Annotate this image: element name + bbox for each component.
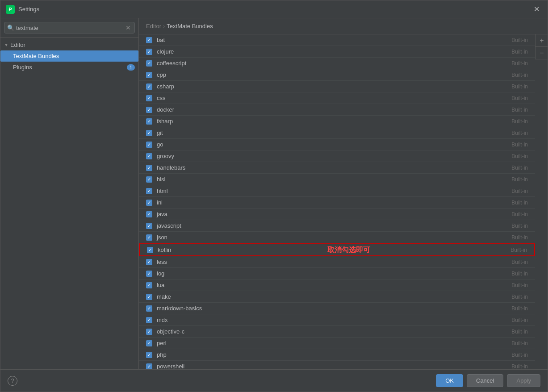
checkbox-docker[interactable] (146, 107, 152, 113)
bundle-source-powershell: Built-in (511, 363, 528, 370)
bundle-item-go: goBuilt-in (139, 139, 535, 150)
checkbox-handlebars[interactable] (146, 165, 152, 171)
bundle-source-css: Built-in (511, 95, 528, 101)
checkbox-perl[interactable] (146, 340, 152, 346)
checkbox-css[interactable] (146, 95, 152, 101)
checkbox-markdown-basics[interactable] (146, 305, 152, 312)
bundle-name-lua: lua (157, 282, 511, 288)
bundle-name-objective-c: objective-c (157, 328, 511, 335)
remove-bundle-button[interactable]: − (535, 47, 548, 59)
bundle-name-coffeescript: coffeescript (157, 60, 511, 67)
checkbox-kotlin[interactable] (147, 247, 153, 253)
sidebar-item-plugins-label: Plugins (13, 64, 32, 71)
sidebar-nav: ▼ Editor TextMate Bundles Plugins 1 (0, 38, 138, 369)
checkbox-fsharp[interactable] (146, 118, 152, 125)
bundle-source-handlebars: Built-in (511, 165, 528, 171)
bundle-source-ini: Built-in (511, 200, 528, 206)
checkbox-php[interactable] (146, 352, 152, 358)
bundle-name-clojure: clojure (157, 48, 511, 55)
breadcrumb-parent: Editor (146, 23, 161, 29)
bundle-name-git: git (157, 129, 511, 136)
checkbox-hlsl[interactable] (146, 176, 152, 183)
apply-button[interactable]: Apply (507, 374, 540, 387)
bundle-item-javascript: javascriptBuilt-in (139, 220, 535, 232)
content-area: 🔍 ✕ ▼ Editor TextMate Bundles Plugins 1 (0, 18, 548, 369)
bundle-name-css: css (157, 95, 511, 101)
bundle-name-bat: bat (157, 37, 511, 43)
bundle-item-ini: iniBuilt-in (139, 197, 535, 209)
bundle-name-handlebars: handlebars (157, 164, 511, 171)
bundle-item-cpp: cppBuilt-in (139, 69, 535, 81)
bottom-left: ? (8, 376, 17, 386)
bundle-source-make: Built-in (511, 294, 528, 300)
bundle-item-json: jsonBuilt-in (139, 232, 535, 243)
checkbox-json[interactable] (146, 234, 152, 241)
title-bar-left: P Settings (6, 5, 39, 14)
search-clear-button[interactable]: ✕ (125, 24, 132, 31)
checkbox-csharp[interactable] (146, 83, 152, 90)
checkbox-bat[interactable] (146, 37, 152, 43)
sidebar-item-textmate-bundles[interactable]: TextMate Bundles (0, 50, 138, 62)
cancel-button[interactable]: Cancel (467, 374, 503, 387)
sidebar-section-editor[interactable]: ▼ Editor (0, 39, 138, 50)
bottom-bar: ? OK Cancel Apply (0, 369, 548, 392)
bundle-name-json: json (157, 234, 511, 241)
bundle-source-perl: Built-in (511, 340, 528, 346)
list-container: batBuilt-inclojureBuilt-incoffeescriptBu… (139, 34, 548, 369)
checkbox-java[interactable] (146, 211, 152, 217)
bundle-source-log: Built-in (511, 271, 528, 277)
search-input[interactable] (16, 25, 123, 31)
bundle-list: batBuilt-inclojureBuilt-incoffeescriptBu… (139, 34, 548, 369)
ok-button[interactable]: OK (436, 374, 463, 387)
bundle-source-less: Built-in (511, 259, 528, 265)
bundle-name-log: log (157, 270, 511, 277)
bundle-item-powershell: powershellBuilt-in (139, 361, 535, 369)
checkbox-clojure[interactable] (146, 49, 152, 55)
bundle-name-perl: perl (157, 340, 511, 346)
bundle-name-powershell: powershell (157, 363, 511, 369)
checkbox-ini[interactable] (146, 200, 152, 206)
bundle-name-java: java (157, 211, 511, 217)
bundle-name-make: make (157, 293, 511, 300)
bundle-source-coffeescript: Built-in (511, 60, 528, 67)
checkbox-groovy[interactable] (146, 153, 152, 159)
close-button[interactable]: ✕ (531, 4, 542, 14)
bundle-source-javascript: Built-in (511, 223, 528, 229)
bundle-item-docker: dockerBuilt-in (139, 104, 535, 116)
checkbox-javascript[interactable] (146, 223, 152, 229)
search-icon: 🔍 (7, 25, 14, 31)
bundle-item-php: phpBuilt-in (139, 349, 535, 361)
checkbox-coffeescript[interactable] (146, 60, 152, 67)
bundle-item-coffeescript: coffeescriptBuilt-in (139, 58, 535, 69)
checkbox-log[interactable] (146, 271, 152, 277)
bundle-source-markdown-basics: Built-in (511, 305, 528, 312)
help-button[interactable]: ? (8, 376, 17, 386)
add-bundle-button[interactable]: + (535, 34, 548, 47)
bundle-name-csharp: csharp (157, 83, 511, 90)
checkbox-cpp[interactable] (146, 72, 152, 78)
checkbox-html[interactable] (146, 188, 152, 194)
bundle-item-hlsl: hlslBuilt-in (139, 174, 535, 185)
bundle-item-groovy: groovyBuilt-in (139, 150, 535, 162)
bundle-source-clojure: Built-in (511, 49, 528, 55)
bundle-item-objective-c: objective-cBuilt-in (139, 326, 535, 338)
checkbox-powershell[interactable] (146, 363, 152, 370)
checkbox-less[interactable] (146, 259, 152, 265)
checkbox-mdx[interactable] (146, 317, 152, 323)
checkbox-make[interactable] (146, 294, 152, 300)
checkbox-lua[interactable] (146, 282, 152, 288)
bundle-name-groovy: groovy (157, 153, 511, 159)
bundle-name-javascript: javascript (157, 222, 511, 229)
bundle-source-objective-c: Built-in (511, 329, 528, 335)
bundle-item-git: gitBuilt-in (139, 127, 535, 139)
bundle-name-cpp: cpp (157, 71, 511, 78)
bundle-source-json: Built-in (511, 234, 528, 241)
sidebar-item-plugins[interactable]: Plugins 1 (0, 62, 138, 73)
bundle-source-kotlin: Built-in (510, 247, 527, 253)
bundle-name-hlsl: hlsl (157, 176, 511, 183)
sidebar: 🔍 ✕ ▼ Editor TextMate Bundles Plugins 1 (0, 18, 139, 369)
checkbox-go[interactable] (146, 142, 152, 148)
checkbox-objective-c[interactable] (146, 329, 152, 335)
settings-dialog: P Settings ✕ 🔍 ✕ ▼ Editor TextMate Bu (0, 0, 548, 392)
checkbox-git[interactable] (146, 130, 152, 136)
